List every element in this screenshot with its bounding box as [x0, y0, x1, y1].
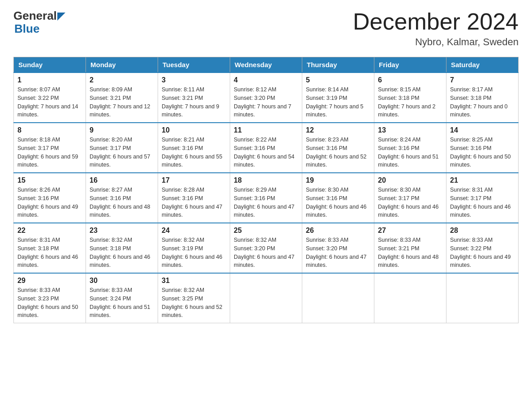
calendar-cell: 29 Sunrise: 8:33 AMSunset: 3:23 PMDaylig… — [14, 273, 86, 323]
calendar-cell: 12 Sunrise: 8:23 AMSunset: 3:16 PMDaylig… — [302, 123, 374, 173]
calendar-cell: 24 Sunrise: 8:32 AMSunset: 3:19 PMDaylig… — [158, 223, 230, 273]
calendar-cell: 18 Sunrise: 8:29 AMSunset: 3:16 PMDaylig… — [230, 173, 302, 223]
day-number: 19 — [306, 176, 370, 184]
day-number: 2 — [90, 76, 154, 84]
calendar-cell: 15 Sunrise: 8:26 AMSunset: 3:16 PMDaylig… — [14, 173, 86, 223]
calendar-table: SundayMondayTuesdayWednesdayThursdayFrid… — [13, 57, 519, 323]
calendar-cell: 1 Sunrise: 8:07 AMSunset: 3:22 PMDayligh… — [14, 73, 86, 123]
calendar-cell — [302, 273, 374, 323]
calendar-cell: 19 Sunrise: 8:30 AMSunset: 3:16 PMDaylig… — [302, 173, 374, 223]
month-year-title: December 2024 — [353, 9, 519, 34]
day-info: Sunrise: 8:30 AMSunset: 3:17 PMDaylight:… — [378, 186, 442, 219]
calendar-cell: 8 Sunrise: 8:18 AMSunset: 3:17 PMDayligh… — [14, 123, 86, 173]
calendar-header-sunday: Sunday — [14, 57, 86, 73]
calendar-cell — [230, 273, 302, 323]
day-info: Sunrise: 8:32 AMSunset: 3:19 PMDaylight:… — [162, 236, 226, 270]
day-number: 30 — [90, 277, 154, 285]
calendar-cell: 9 Sunrise: 8:20 AMSunset: 3:17 PMDayligh… — [86, 123, 158, 173]
day-info: Sunrise: 8:25 AMSunset: 3:16 PMDaylight:… — [450, 136, 515, 169]
calendar-cell: 4 Sunrise: 8:12 AMSunset: 3:20 PMDayligh… — [230, 73, 302, 123]
calendar-cell: 2 Sunrise: 8:09 AMSunset: 3:21 PMDayligh… — [86, 73, 158, 123]
day-info: Sunrise: 8:20 AMSunset: 3:17 PMDaylight:… — [90, 136, 154, 169]
day-info: Sunrise: 8:09 AMSunset: 3:21 PMDaylight:… — [90, 86, 154, 119]
calendar-header-tuesday: Tuesday — [158, 57, 230, 73]
day-info: Sunrise: 8:29 AMSunset: 3:16 PMDaylight:… — [234, 186, 298, 219]
day-info: Sunrise: 8:31 AMSunset: 3:17 PMDaylight:… — [450, 186, 515, 219]
day-info: Sunrise: 8:22 AMSunset: 3:16 PMDaylight:… — [234, 136, 298, 169]
day-number: 20 — [378, 176, 442, 184]
calendar-cell: 30 Sunrise: 8:33 AMSunset: 3:24 PMDaylig… — [86, 273, 158, 323]
day-number: 7 — [450, 76, 515, 84]
logo: General Blue — [13, 9, 65, 36]
day-info: Sunrise: 8:28 AMSunset: 3:16 PMDaylight:… — [162, 186, 226, 219]
day-number: 21 — [450, 176, 515, 184]
day-info: Sunrise: 8:24 AMSunset: 3:16 PMDaylight:… — [378, 136, 442, 169]
calendar-header-monday: Monday — [86, 57, 158, 73]
day-number: 25 — [234, 227, 298, 235]
calendar-header-wednesday: Wednesday — [230, 57, 302, 73]
calendar-cell: 25 Sunrise: 8:32 AMSunset: 3:20 PMDaylig… — [230, 223, 302, 273]
day-info: Sunrise: 8:11 AMSunset: 3:21 PMDaylight:… — [162, 86, 226, 119]
calendar-cell: 10 Sunrise: 8:21 AMSunset: 3:16 PMDaylig… — [158, 123, 230, 173]
day-info: Sunrise: 8:21 AMSunset: 3:16 PMDaylight:… — [162, 136, 226, 169]
calendar-cell: 22 Sunrise: 8:31 AMSunset: 3:18 PMDaylig… — [14, 223, 86, 273]
day-info: Sunrise: 8:33 AMSunset: 3:21 PMDaylight:… — [378, 236, 442, 270]
day-info: Sunrise: 8:32 AMSunset: 3:25 PMDaylight:… — [162, 286, 226, 320]
calendar-cell: 13 Sunrise: 8:24 AMSunset: 3:16 PMDaylig… — [374, 123, 446, 173]
day-info: Sunrise: 8:12 AMSunset: 3:20 PMDaylight:… — [234, 86, 298, 119]
day-number: 24 — [162, 227, 226, 235]
day-info: Sunrise: 8:17 AMSunset: 3:18 PMDaylight:… — [450, 86, 515, 119]
calendar-cell: 6 Sunrise: 8:15 AMSunset: 3:18 PMDayligh… — [374, 73, 446, 123]
day-number: 31 — [162, 277, 226, 285]
calendar-header-saturday: Saturday — [446, 57, 519, 73]
calendar-week-row: 1 Sunrise: 8:07 AMSunset: 3:22 PMDayligh… — [14, 73, 519, 123]
calendar-cell: 23 Sunrise: 8:32 AMSunset: 3:18 PMDaylig… — [86, 223, 158, 273]
day-number: 11 — [234, 126, 298, 134]
day-number: 18 — [234, 176, 298, 184]
logo-triangle-icon — [57, 13, 65, 21]
day-info: Sunrise: 8:15 AMSunset: 3:18 PMDaylight:… — [378, 86, 442, 119]
calendar-header-row: SundayMondayTuesdayWednesdayThursdayFrid… — [14, 57, 519, 73]
calendar-week-row: 22 Sunrise: 8:31 AMSunset: 3:18 PMDaylig… — [14, 223, 519, 273]
calendar-cell: 3 Sunrise: 8:11 AMSunset: 3:21 PMDayligh… — [158, 73, 230, 123]
calendar-cell: 5 Sunrise: 8:14 AMSunset: 3:19 PMDayligh… — [302, 73, 374, 123]
calendar-cell: 26 Sunrise: 8:33 AMSunset: 3:20 PMDaylig… — [302, 223, 374, 273]
calendar-cell — [446, 273, 519, 323]
day-info: Sunrise: 8:33 AMSunset: 3:23 PMDaylight:… — [17, 286, 82, 320]
calendar-cell: 11 Sunrise: 8:22 AMSunset: 3:16 PMDaylig… — [230, 123, 302, 173]
calendar-cell: 31 Sunrise: 8:32 AMSunset: 3:25 PMDaylig… — [158, 273, 230, 323]
day-number: 16 — [90, 176, 154, 184]
calendar-week-row: 15 Sunrise: 8:26 AMSunset: 3:16 PMDaylig… — [14, 173, 519, 223]
calendar-cell: 16 Sunrise: 8:27 AMSunset: 3:16 PMDaylig… — [86, 173, 158, 223]
title-block: December 2024 Nybro, Kalmar, Sweden — [353, 9, 519, 48]
day-number: 28 — [450, 227, 515, 235]
day-number: 3 — [162, 76, 226, 84]
day-info: Sunrise: 8:33 AMSunset: 3:22 PMDaylight:… — [450, 236, 515, 270]
calendar-cell: 27 Sunrise: 8:33 AMSunset: 3:21 PMDaylig… — [374, 223, 446, 273]
day-number: 13 — [378, 126, 442, 134]
day-info: Sunrise: 8:33 AMSunset: 3:24 PMDaylight:… — [90, 286, 154, 320]
day-number: 1 — [17, 76, 82, 84]
day-info: Sunrise: 8:23 AMSunset: 3:16 PMDaylight:… — [306, 136, 370, 169]
calendar-cell: 7 Sunrise: 8:17 AMSunset: 3:18 PMDayligh… — [446, 73, 519, 123]
day-number: 4 — [234, 76, 298, 84]
day-number: 14 — [450, 126, 515, 134]
day-info: Sunrise: 8:33 AMSunset: 3:20 PMDaylight:… — [306, 236, 370, 270]
day-number: 23 — [90, 227, 154, 235]
calendar-cell: 21 Sunrise: 8:31 AMSunset: 3:17 PMDaylig… — [446, 173, 519, 223]
calendar-cell: 17 Sunrise: 8:28 AMSunset: 3:16 PMDaylig… — [158, 173, 230, 223]
calendar-header-thursday: Thursday — [302, 57, 374, 73]
day-number: 27 — [378, 227, 442, 235]
day-number: 17 — [162, 176, 226, 184]
logo-line1: General — [13, 9, 65, 23]
day-info: Sunrise: 8:30 AMSunset: 3:16 PMDaylight:… — [306, 186, 370, 219]
location-subtitle: Nybro, Kalmar, Sweden — [353, 36, 519, 48]
day-number: 29 — [17, 277, 82, 285]
day-number: 6 — [378, 76, 442, 84]
calendar-cell: 28 Sunrise: 8:33 AMSunset: 3:22 PMDaylig… — [446, 223, 519, 273]
calendar-cell: 14 Sunrise: 8:25 AMSunset: 3:16 PMDaylig… — [446, 123, 519, 173]
logo-blue-text: Blue — [13, 22, 39, 36]
day-info: Sunrise: 8:31 AMSunset: 3:18 PMDaylight:… — [17, 236, 82, 270]
day-info: Sunrise: 8:18 AMSunset: 3:17 PMDaylight:… — [17, 136, 82, 169]
day-number: 26 — [306, 227, 370, 235]
